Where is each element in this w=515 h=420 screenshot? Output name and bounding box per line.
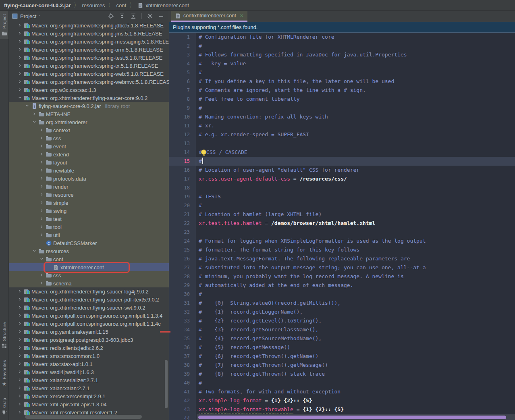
stripe-button-structure[interactable]: Structure — [0, 319, 8, 351]
project-panel-title[interactable]: Project — [20, 13, 36, 19]
chevron-down-icon[interactable] — [24, 104, 31, 108]
stripe-button-favorites[interactable]: Favorites ★ — [0, 357, 8, 389]
tree-row[interactable]: Maven: org.xhtmlrenderer:flying-saucer-p… — [9, 295, 169, 304]
editor-line[interactable]: 15# — [169, 157, 515, 166]
tree-row[interactable]: css — [9, 271, 169, 279]
chevron-right-icon[interactable] — [39, 128, 46, 133]
tree-row[interactable]: event — [9, 142, 169, 150]
editor-line[interactable]: 31# {0} String.valueOf(record.getMillis(… — [169, 299, 515, 308]
editor-line[interactable]: 11# xr. — [169, 121, 515, 130]
tree-row[interactable]: tool — [9, 223, 169, 231]
tree-row[interactable]: Maven: wsdl4j:wsdl4j:1.6.3 — [9, 368, 169, 376]
editor-line[interactable]: 41# Two formats, for with and without ex… — [169, 387, 515, 396]
editor-line[interactable]: 43xr.simple-log-format-throwable = {1} {… — [169, 405, 515, 414]
tree-row[interactable]: Maven: org.springframework:spring-messag… — [9, 37, 169, 46]
editor-line[interactable]: 2# — [169, 42, 515, 50]
intention-bulb-icon[interactable] — [201, 150, 206, 155]
chevron-right-icon[interactable] — [39, 233, 46, 237]
editor-line[interactable]: 18 — [169, 183, 515, 192]
chevron-right-icon[interactable] — [39, 273, 46, 278]
tree-row[interactable]: conf — [9, 255, 169, 263]
tree-row[interactable]: org.xhtmlrenderer — [9, 118, 169, 126]
tree-row[interactable]: Maven: org.xhtmlrenderer:flying-saucer-l… — [9, 287, 169, 295]
editor-horizontal-scrollbar[interactable] — [197, 414, 515, 420]
tree-row[interactable]: css — [9, 134, 169, 142]
editor-line[interactable]: 14#CSS / CASCADE — [169, 148, 515, 157]
editor-line[interactable]: 26# java.text.MessageFormat. The followi… — [169, 254, 515, 263]
editor-line[interactable]: 4# key = value — [169, 59, 515, 68]
tree-row[interactable]: schema — [9, 279, 169, 287]
chevron-right-icon[interactable] — [39, 136, 46, 141]
collapse-all-button[interactable] — [129, 12, 138, 20]
tree-row[interactable]: Maven: org.springframework:spring-orm:5.… — [9, 46, 169, 54]
editor-line[interactable]: 5# — [169, 68, 515, 77]
chevron-right-icon[interactable] — [39, 144, 46, 149]
editor-line[interactable]: 21# Location of hamlet (large XHTML file… — [169, 210, 515, 219]
editor-line[interactable]: 42xr.simple-log-format = {1} {2}:: {5} — [169, 396, 515, 405]
editor-line[interactable]: 30# — [169, 290, 515, 299]
stripe-button-project[interactable]: Project — [0, 11, 8, 39]
editor-line[interactable]: 40# — [169, 378, 515, 387]
chevron-right-icon[interactable] — [17, 48, 24, 52]
breadcrumb-resources[interactable]: resources — [82, 2, 105, 8]
editor-line[interactable]: 13 — [169, 139, 515, 148]
chevron-right-icon[interactable] — [17, 72, 24, 76]
breadcrumb-jar[interactable]: flying-saucer-core-9.0.2.jar — [4, 2, 71, 8]
editor-line[interactable]: 22xr.test.files.hamlet = /demos/browser/… — [169, 219, 515, 228]
chevron-right-icon[interactable] — [39, 168, 46, 173]
tree-row[interactable]: protocols.data — [9, 175, 169, 183]
editor-line[interactable]: 17xr.css.user-agent-default-css = /resou… — [169, 175, 515, 183]
tree-row[interactable]: Maven: xalan:serializer:2.7.1 — [9, 376, 169, 384]
chevron-right-icon[interactable] — [39, 209, 46, 213]
chevron-right-icon[interactable] — [39, 152, 46, 157]
chevron-right-icon[interactable] — [17, 56, 24, 60]
tree-row[interactable]: newtable — [9, 166, 169, 175]
chevron-right-icon[interactable] — [39, 193, 46, 197]
tree-row[interactable]: CDefaultCSSMarker — [9, 239, 169, 247]
chevron-down-icon[interactable] — [38, 15, 42, 18]
scrollbar-thumb[interactable] — [198, 416, 506, 419]
tree-row[interactable]: Maven: org.w3c.css:sac:1.3 — [9, 86, 169, 94]
tree-row[interactable]: layout — [9, 158, 169, 166]
tree-row[interactable]: Maven: org.springframework:spring-tx:5.1… — [9, 62, 169, 70]
breadcrumb-file[interactable]: xhtmlrenderer.conf — [137, 2, 189, 8]
locate-button[interactable] — [106, 12, 115, 20]
chevron-right-icon[interactable] — [17, 402, 24, 407]
chevron-right-icon[interactable] — [39, 177, 46, 181]
tree-row[interactable]: Maven: xml-apis:xml-apis:1.3.04 — [9, 400, 169, 408]
chevron-right-icon[interactable] — [39, 185, 46, 189]
chevron-right-icon[interactable] — [17, 289, 24, 294]
editor-line[interactable]: 3# Follows formatting specified in JavaD… — [169, 50, 515, 59]
tree-row-selected[interactable]: xhtmlrenderer.conf — [9, 263, 169, 271]
editor-line[interactable]: 1# Configuration file for XHTMLRenderer … — [169, 33, 515, 42]
tab-xhtmlrenderer-conf[interactable]: conf/xhtmlrenderer.conf ✕ — [171, 11, 247, 22]
tree-row[interactable]: Maven: org.springframework:spring-web:5.… — [9, 70, 169, 78]
tree-row[interactable]: flying-saucer-core-9.0.2.jarlibrary root — [9, 102, 169, 110]
editor-line[interactable]: 36# {5} record.getMessage() — [169, 343, 515, 352]
chevron-right-icon[interactable] — [17, 394, 24, 399]
tree-row[interactable]: Maven: org.xhtmlrenderer:flying-saucer-s… — [9, 304, 169, 312]
tree-row[interactable]: Maven: org.xmlpull:com.springsource.org.… — [9, 312, 169, 320]
chevron-right-icon[interactable] — [39, 225, 46, 229]
tree-row[interactable]: context — [9, 126, 169, 134]
tree-row[interactable]: Maven: org.xhtmlrenderer:flying-saucer-c… — [9, 94, 169, 102]
editor-line[interactable]: 19# TESTS — [169, 192, 515, 201]
chevron-right-icon[interactable] — [31, 112, 38, 116]
tree-row[interactable]: extend — [9, 150, 169, 158]
editor-line[interactable]: 24# Format for logging when XRSimpleLogF… — [169, 237, 515, 245]
tree-row[interactable]: Maven: xerces:xercesImpl:2.9.1 — [9, 392, 169, 400]
tree-row[interactable]: Maven: org.yaml:snakeyaml:1.15 — [9, 328, 169, 336]
editor-line[interactable]: 16# Location of user-agent "default" CSS… — [169, 166, 515, 175]
tree-horizontal-scrollbar[interactable] — [25, 415, 142, 419]
chevron-down-icon[interactable] — [17, 96, 24, 100]
chevron-right-icon[interactable] — [17, 31, 24, 36]
tree-row[interactable]: resources — [9, 247, 169, 255]
expand-all-button[interactable] — [118, 12, 127, 20]
chevron-down-icon[interactable] — [39, 257, 46, 262]
chevron-right-icon[interactable] — [39, 160, 46, 165]
chevron-right-icon[interactable] — [17, 40, 24, 44]
code-editor[interactable]: 1# Configuration file for XHTMLRenderer … — [169, 33, 515, 420]
editor-line[interactable]: 6# If you define a key in this file, the… — [169, 77, 515, 86]
chevron-right-icon[interactable] — [17, 80, 24, 84]
tree-row[interactable]: test — [9, 215, 169, 223]
